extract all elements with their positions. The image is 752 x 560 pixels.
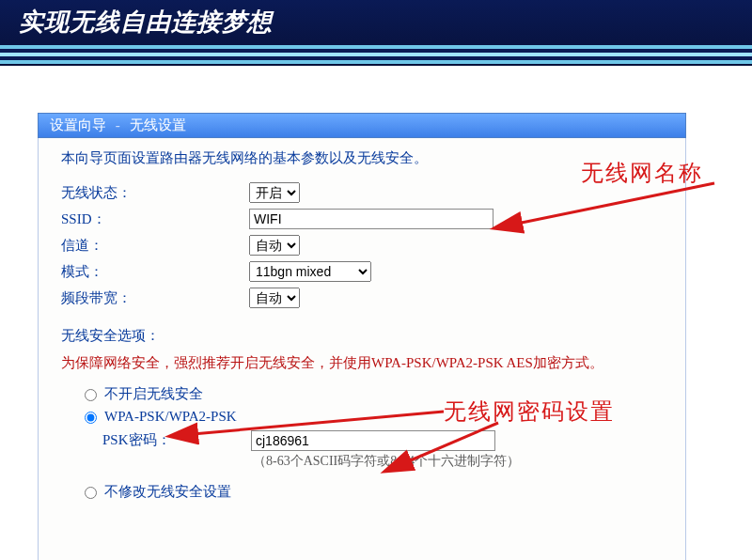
select-wireless-state[interactable]: 开启 xyxy=(249,182,300,203)
wizard-panel: 设置向导 - 无线设置 本向导页面设置路由器无线网络的基本参数以及无线安全。 无… xyxy=(38,113,686,560)
label-ssid: SSID： xyxy=(61,210,249,228)
label-channel: 信道： xyxy=(61,237,249,255)
radio-security-keep[interactable] xyxy=(85,487,97,499)
label-psk: PSK密码： xyxy=(102,431,251,449)
banner-slogan: 实现无线自由连接梦想 xyxy=(19,6,273,39)
input-ssid[interactable] xyxy=(249,209,494,229)
panel-title-b: 无线设置 xyxy=(130,117,186,132)
label-security-wpa: WPA-PSK/WPA2-PSK xyxy=(104,409,237,425)
radio-security-wpa[interactable] xyxy=(85,412,97,424)
security-note: 为保障网络安全，强烈推荐开启无线安全，并使用WPA-PSK/WPA2-PSK A… xyxy=(61,352,663,374)
select-bandwidth[interactable]: 自动 xyxy=(249,288,300,308)
banner-streak xyxy=(0,45,752,64)
radio-security-off[interactable] xyxy=(85,389,97,401)
input-psk[interactable] xyxy=(251,430,495,451)
label-bandwidth: 频段带宽： xyxy=(61,289,249,307)
label-wireless-state: 无线状态： xyxy=(61,184,249,202)
select-channel[interactable]: 自动 xyxy=(249,235,300,256)
panel-intro: 本向导页面设置路由器无线网络的基本参数以及无线安全。 xyxy=(61,149,663,167)
psk-hint: （8-63个ASCII码字符或8-64个十六进制字符） xyxy=(253,453,663,470)
security-heading: 无线安全选项： xyxy=(61,327,663,345)
panel-title: 设置向导 - 无线设置 xyxy=(38,113,686,138)
panel-title-a: 设置向导 xyxy=(50,117,106,132)
panel-title-sep: - xyxy=(116,117,120,132)
label-security-off: 不开启无线安全 xyxy=(104,385,203,403)
top-banner: 实现无线自由连接梦想 xyxy=(0,0,752,66)
label-mode: 模式： xyxy=(61,263,249,281)
label-security-keep: 不修改无线安全设置 xyxy=(104,483,231,501)
panel-body: 本向导页面设置路由器无线网络的基本参数以及无线安全。 无线状态： 开启 SSID… xyxy=(38,138,686,560)
select-mode[interactable]: 11bgn mixed xyxy=(249,261,371,282)
